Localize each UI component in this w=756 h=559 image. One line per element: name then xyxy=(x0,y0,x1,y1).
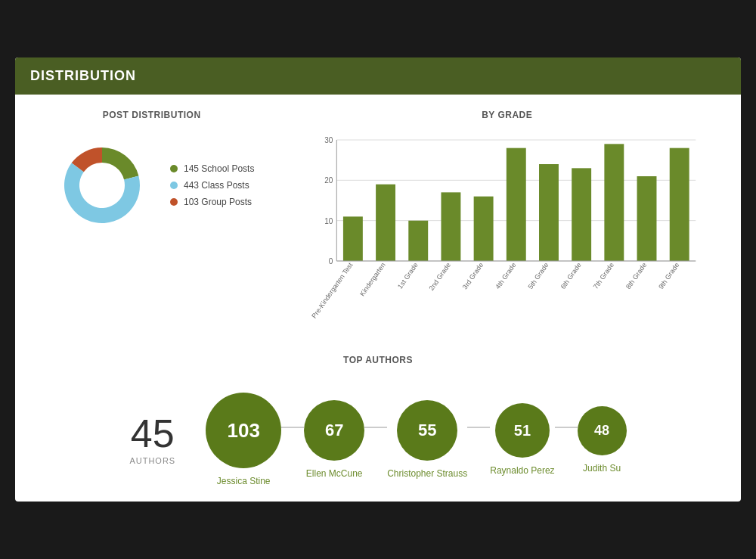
author-item-judith-su: 48Judith Su xyxy=(578,406,627,474)
legend-label-class: 443 Class Posts xyxy=(184,180,249,191)
author-item-ellen-mccune: 67Ellen McCune xyxy=(304,400,364,479)
svg-text:4th Grade: 4th Grade xyxy=(494,261,518,290)
connector-line-4 xyxy=(555,427,578,428)
top-authors-section: TOP AUTHORS 45 AUTHORS 103Jessica Stine6… xyxy=(30,355,726,486)
svg-text:6th Grade: 6th Grade xyxy=(559,261,583,290)
legend-label-school: 145 School Posts xyxy=(184,163,254,174)
svg-text:20: 20 xyxy=(325,176,334,185)
svg-rect-18 xyxy=(507,148,526,261)
legend-item-class: 443 Class Posts xyxy=(170,180,254,191)
by-grade-title: BY GRADE xyxy=(482,110,532,120)
header: DISTRIBUTION xyxy=(15,57,741,95)
svg-rect-14 xyxy=(442,192,461,261)
main-container: DISTRIBUTION POST DISTRIBUTION 145 Schoo… xyxy=(15,57,741,502)
svg-text:Pre-Kindergarten Test: Pre-Kindergarten Test xyxy=(311,261,355,320)
svg-rect-16 xyxy=(474,197,494,261)
donut-area: 145 School Posts443 Class Posts103 Group… xyxy=(49,132,254,238)
author-name: Judith Su xyxy=(583,463,621,474)
bar-chart: 0102030Pre-Kindergarten TestKindergarten… xyxy=(288,132,726,329)
svg-rect-10 xyxy=(376,185,396,261)
svg-rect-26 xyxy=(637,176,657,261)
author-bubble: 67 xyxy=(304,400,364,461)
author-bubble: 103 xyxy=(206,393,281,468)
svg-text:5th Grade: 5th Grade xyxy=(527,261,550,290)
authors-bubbles: 103Jessica Stine67Ellen McCune55Christop… xyxy=(206,393,626,486)
svg-text:1st Grade: 1st Grade xyxy=(396,261,420,290)
svg-text:2nd Grade: 2nd Grade xyxy=(428,261,453,292)
author-name: Jessica Stine xyxy=(217,476,271,486)
authors-number: 45 xyxy=(131,414,175,453)
connector-line-2 xyxy=(364,427,387,428)
svg-text:9th Grade: 9th Grade xyxy=(658,261,681,290)
author-name: Raynaldo Perez xyxy=(490,465,554,476)
svg-text:Kindergarten: Kindergarten xyxy=(358,261,387,297)
top-authors-title: TOP AUTHORS xyxy=(343,355,413,365)
author-name: Christopher Strauss xyxy=(387,468,467,479)
svg-rect-20 xyxy=(539,164,559,261)
connector-line-3 xyxy=(467,427,490,428)
authors-count: 45 AUTHORS xyxy=(129,414,175,465)
content-area: POST DISTRIBUTION 145 School Posts443 Cl… xyxy=(15,95,741,502)
legend-dot-school xyxy=(170,165,178,172)
author-item-christopher-strauss: 55Christopher Strauss xyxy=(387,400,467,479)
svg-rect-22 xyxy=(572,168,592,261)
donut-chart xyxy=(49,132,155,238)
svg-text:30: 30 xyxy=(325,136,334,144)
svg-text:0: 0 xyxy=(329,257,333,266)
svg-rect-28 xyxy=(670,148,689,261)
legend-label-group: 103 Group Posts xyxy=(184,197,252,207)
svg-rect-24 xyxy=(605,144,624,261)
author-bubble: 51 xyxy=(495,403,550,458)
svg-text:3rd Grade: 3rd Grade xyxy=(461,261,485,290)
bar-chart-container: 0102030Pre-Kindergarten TestKindergarten… xyxy=(288,132,726,332)
svg-rect-8 xyxy=(343,216,363,261)
svg-text:10: 10 xyxy=(325,217,334,225)
author-bubble: 48 xyxy=(578,406,627,455)
authors-content: 45 AUTHORS 103Jessica Stine67Ellen McCun… xyxy=(30,393,726,486)
legend-item-group: 103 Group Posts xyxy=(170,197,254,207)
svg-rect-12 xyxy=(409,221,429,261)
svg-text:7th Grade: 7th Grade xyxy=(592,261,615,290)
legend: 145 School Posts443 Class Posts103 Group… xyxy=(170,163,254,207)
legend-dot-group xyxy=(170,198,178,206)
post-distribution-panel: POST DISTRIBUTION 145 School Posts443 Cl… xyxy=(30,110,273,332)
author-item-jessica-stine: 103Jessica Stine xyxy=(206,393,281,486)
legend-dot-class xyxy=(170,182,178,189)
top-section: POST DISTRIBUTION 145 School Posts443 Cl… xyxy=(30,110,726,332)
by-grade-panel: BY GRADE 0102030Pre-Kindergarten TestKin… xyxy=(288,110,726,332)
legend-item-school: 145 School Posts xyxy=(170,163,254,174)
author-bubble: 55 xyxy=(397,400,457,461)
page-title: DISTRIBUTION xyxy=(30,68,136,83)
svg-text:8th Grade: 8th Grade xyxy=(624,261,648,290)
authors-label: AUTHORS xyxy=(129,456,175,465)
author-name: Ellen McCune xyxy=(306,468,363,479)
connector-line-1 xyxy=(281,427,304,428)
author-item-raynaldo-perez: 51Raynaldo Perez xyxy=(490,403,554,476)
post-distribution-title: POST DISTRIBUTION xyxy=(103,110,201,120)
